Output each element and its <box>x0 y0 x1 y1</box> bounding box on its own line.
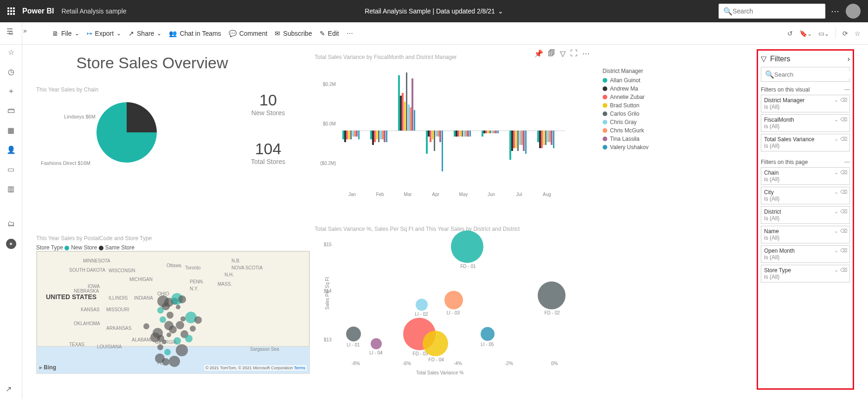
clear-icon[interactable]: ⌫ <box>840 209 848 215</box>
home-icon[interactable]: ⌂ <box>6 28 16 37</box>
bar[interactable] <box>485 131 487 133</box>
create-icon[interactable]: ＋ <box>6 86 16 96</box>
focus-icon[interactable]: ⛶ <box>570 49 578 58</box>
chevron-down-icon[interactable]: ⌄ <box>834 136 838 142</box>
workspace-badge-icon[interactable]: ✦ <box>6 239 16 249</box>
more-icon[interactable]: ⋯ <box>347 30 353 37</box>
edit-button[interactable]: ✎Edit <box>320 30 339 37</box>
export-menu[interactable]: ↦Export⌄ <box>87 30 121 37</box>
apps-icon[interactable]: ▦ <box>6 125 16 135</box>
bar[interactable] <box>539 131 541 148</box>
bar[interactable] <box>517 131 519 151</box>
bar[interactable] <box>380 131 382 139</box>
bar[interactable] <box>346 131 348 139</box>
chevron-down-icon[interactable]: ⌄ <box>834 170 838 176</box>
bubble[interactable] <box>481 327 495 341</box>
breadcrumb[interactable]: Retail Analysis Sample | Data updated 2/… <box>365 7 503 15</box>
bar[interactable] <box>543 131 545 145</box>
filter-card[interactable]: Chainis (All)⌄⌫ <box>761 167 850 185</box>
more-icon[interactable]: ⋯ <box>844 159 850 165</box>
bar[interactable] <box>488 131 489 133</box>
bar[interactable] <box>436 131 437 137</box>
bar[interactable] <box>350 131 352 139</box>
bar[interactable] <box>382 131 384 139</box>
bar[interactable] <box>525 131 527 154</box>
bar[interactable] <box>414 110 416 131</box>
clear-icon[interactable]: ⌫ <box>840 248 848 254</box>
legend-item[interactable]: Brad Sutton <box>603 102 649 109</box>
more-icon[interactable]: ⋯ <box>831 6 840 16</box>
chevron-down-icon[interactable]: ⌄ <box>834 97 838 103</box>
bar[interactable] <box>549 131 551 142</box>
bar[interactable] <box>519 131 521 145</box>
bubble[interactable] <box>451 230 483 263</box>
bar[interactable] <box>374 131 376 142</box>
bubble[interactable] <box>444 291 463 309</box>
favorite-icon[interactable]: ☆ <box>855 30 861 37</box>
chevron-down-icon[interactable]: ⌄ <box>834 189 838 195</box>
filter-card[interactable]: Open Monthis (All)⌄⌫ <box>761 245 850 263</box>
bar[interactable] <box>437 131 439 137</box>
bar-chart-visual[interactable]: Total Sales Variance by FiscalMonth and … <box>315 63 565 203</box>
bar[interactable] <box>553 131 555 148</box>
datasets-icon[interactable]: 🗃 <box>6 106 16 115</box>
more-icon[interactable]: ⋯ <box>844 86 850 93</box>
pie-visual[interactable]: This Year Sales by Chain Lindseys $6M Fa… <box>36 86 203 153</box>
map-point[interactable] <box>167 312 174 319</box>
bar[interactable] <box>376 131 378 139</box>
filter-search[interactable]: 🔍 <box>761 67 850 82</box>
shared-icon[interactable]: 👤 <box>6 145 16 154</box>
reset-icon[interactable]: ↺ <box>787 30 793 37</box>
bar[interactable] <box>521 131 523 145</box>
bar[interactable] <box>398 75 400 131</box>
bar[interactable] <box>463 131 465 137</box>
chevron-down-icon[interactable]: ⌄ <box>834 209 838 215</box>
bar[interactable] <box>342 131 344 139</box>
bar[interactable] <box>410 107 411 131</box>
clear-icon[interactable]: ⌫ <box>840 228 848 234</box>
bar[interactable] <box>434 131 436 151</box>
pie-chart[interactable] <box>96 102 157 163</box>
legend-item[interactable]: Valery Ushakov <box>603 144 649 150</box>
filter-card[interactable]: District Manageris (All)⌄⌫ <box>761 95 850 112</box>
bar[interactable] <box>497 131 499 133</box>
workspaces-icon[interactable]: ▥ <box>6 184 16 193</box>
bar[interactable] <box>356 131 358 137</box>
chevron-down-icon[interactable]: ⌄ <box>834 267 838 273</box>
legend-item[interactable]: Andrew Ma <box>603 85 649 92</box>
file-menu[interactable]: 🗎File⌄ <box>52 30 79 37</box>
recent-icon[interactable]: ◷ <box>6 67 16 76</box>
map-point[interactable] <box>178 295 186 303</box>
comment-button[interactable]: 💬Comment <box>229 30 268 37</box>
filter-card[interactable]: Districtis (All)⌄⌫ <box>761 206 850 224</box>
clear-icon[interactable]: ⌫ <box>840 97 848 103</box>
filter-card[interactable]: Nameis (All)⌄⌫ <box>761 226 850 243</box>
avatar[interactable] <box>846 4 861 19</box>
chevron-right-icon[interactable]: › <box>848 55 850 63</box>
bar[interactable] <box>541 131 543 148</box>
favorites-icon[interactable]: ☆ <box>6 47 16 57</box>
bar[interactable] <box>432 131 434 139</box>
view-icon[interactable]: ▭⌄ <box>818 30 829 37</box>
clear-icon[interactable]: ⌫ <box>840 117 848 123</box>
bar[interactable] <box>411 78 413 131</box>
chevron-down-icon[interactable]: ⌄ <box>834 248 838 254</box>
bar[interactable] <box>465 131 467 137</box>
bar[interactable] <box>483 131 485 133</box>
bubble[interactable] <box>423 331 448 356</box>
bar[interactable] <box>482 131 483 137</box>
collapse-icon[interactable]: » <box>23 27 27 34</box>
bar[interactable] <box>495 131 497 133</box>
chevron-down-icon[interactable]: ⌄ <box>834 117 838 123</box>
bar[interactable] <box>489 131 491 133</box>
clear-icon[interactable]: ⌫ <box>840 267 848 273</box>
legend-item[interactable]: Tina Lassila <box>603 136 649 142</box>
bar[interactable] <box>354 131 356 137</box>
bar[interactable] <box>537 131 539 142</box>
bubble[interactable] <box>538 281 566 309</box>
map-point[interactable] <box>169 326 177 334</box>
refresh-icon[interactable]: ⟳ <box>842 30 848 37</box>
bar[interactable] <box>384 131 386 142</box>
clear-icon[interactable]: ⌫ <box>840 170 848 176</box>
bar[interactable] <box>348 131 350 139</box>
